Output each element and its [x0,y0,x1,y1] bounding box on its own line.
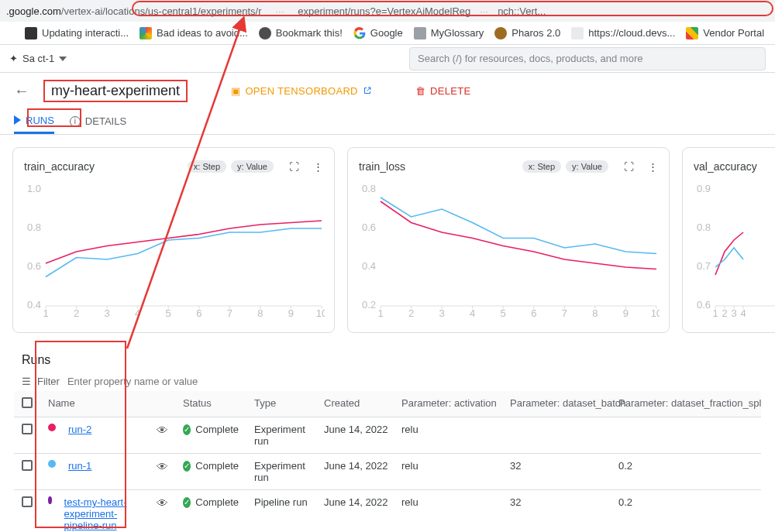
col-status[interactable]: Status [175,391,246,417]
svg-text:0.9: 0.9 [697,183,711,194]
external-link-icon [363,86,372,95]
run-link[interactable]: test-my-heart-experiment-pipeline-run [64,496,141,531]
svg-text:3: 3 [731,307,736,319]
open-tensorboard-button[interactable]: ▣ OPEN TENSORBOARD [231,85,372,97]
tab-bar: RUNS i DETAILS [0,108,775,135]
svg-text:0.8: 0.8 [697,221,711,233]
url-path: /vertex-ai/locations/us-central1/experim… [61,5,262,17]
back-arrow-icon[interactable]: ← [14,82,29,100]
svg-text:0.4: 0.4 [362,260,376,272]
svg-text:3: 3 [104,307,109,319]
bookmark-item[interactable]: Pharos 2.0 [494,27,560,39]
delete-button[interactable]: 🗑 DELETE [415,85,471,97]
bookmark-item[interactable]: Bookmark this! [259,27,343,39]
col-frac[interactable]: Parameter: dataset_fraction_split [611,391,761,417]
table-header-row: Name Status Type Created Parameter: acti… [14,391,761,417]
search-placeholder: Search (/) for resources, docs, products… [418,53,642,64]
favicon-icon [140,27,152,39]
svg-text:1.0: 1.0 [27,183,41,194]
svg-text:1: 1 [43,307,48,319]
series-color-dot [48,496,52,504]
row-checkbox[interactable] [22,424,33,434]
bookmark-item[interactable]: Vendor Portal [686,27,764,39]
col-created[interactable]: Created [316,391,394,417]
globe-icon [259,27,271,39]
axis-chip-x[interactable]: x: Step [522,160,561,173]
svg-text:5: 5 [501,307,506,319]
svg-text:3: 3 [439,307,444,319]
cell-activation: relu [394,490,502,533]
fullscreen-icon[interactable]: ⛶ [624,161,634,173]
bookmark-item[interactable]: Updating interacti... [25,27,129,39]
filter-input[interactable] [66,375,753,388]
chart-train-loss: train_loss x: Step y: Value ⛶ ⋮ 0.20.40.… [347,147,670,333]
col-type[interactable]: Type [246,391,316,417]
row-checkbox[interactable] [22,496,33,507]
favicon-icon [686,27,698,39]
cell-created: June 14, 2022 [316,454,394,490]
run-link[interactable]: run-1 [68,460,91,472]
status-complete-icon: ✓ [183,424,191,435]
svg-text:2: 2 [74,307,79,319]
svg-text:0.4: 0.4 [27,299,41,311]
svg-text:6: 6 [531,307,536,319]
axis-chip-y[interactable]: y: Value [231,160,274,173]
project-icon: ✦ [9,53,18,64]
more-vert-icon[interactable]: ⋮ [648,161,658,173]
tab-details[interactable]: i DETAILS [70,108,126,134]
svg-text:10: 10 [316,307,325,319]
tensorboard-icon: ▣ [231,85,240,97]
charts-row: train_accuracy x: Step y: Value ⛶ ⋮ 0.40… [0,135,775,345]
col-activation[interactable]: Parameter: activation [394,391,502,417]
search-input[interactable]: Search (/) for resources, docs, products… [409,47,766,70]
svg-text:8: 8 [592,307,598,319]
series-color-dot [48,424,56,431]
svg-text:1: 1 [377,307,383,319]
checkbox-all[interactable] [22,397,33,408]
cell-activation: relu [394,454,502,490]
chart-title: train_loss [359,160,405,173]
info-icon: i [70,116,81,127]
bookmark-item[interactable]: https://cloud.devs... [571,27,675,39]
runs-table: Name Status Type Created Parameter: acti… [14,391,761,532]
run-link[interactable]: run-2 [68,424,91,435]
svg-text:0.8: 0.8 [362,183,376,194]
cell-batch: 32 [502,490,611,533]
row-checkbox[interactable] [22,460,33,471]
table-row: test-my-heart-experiment-pipeline-run 👁 … [14,490,761,533]
project-picker[interactable]: ✦ Sa ct-1 [9,53,67,64]
axis-chip-x[interactable]: x: Step [188,160,226,173]
filter-icon[interactable]: ☰ [22,376,31,387]
cell-batch: 32 [502,454,611,490]
bookmark-item[interactable]: Bad ideas to avoid... [140,27,248,39]
visibility-icon[interactable]: 👁 [157,496,168,510]
status-complete-icon: ✓ [183,497,191,508]
svg-text:0.6: 0.6 [27,260,41,272]
bookmark-item[interactable]: Google [353,27,403,39]
tab-runs[interactable]: RUNS [14,108,54,134]
more-vert-icon[interactable]: ⋮ [313,161,323,173]
chart-val-accuracy: val_accuracy 0.60.70.80.91234 [682,147,775,333]
svg-text:1: 1 [712,307,718,319]
col-batch[interactable]: Parameter: dataset_batch [502,391,611,417]
visibility-icon[interactable]: 👁 [157,460,168,473]
svg-text:4: 4 [135,307,140,319]
svg-text:4: 4 [740,307,746,319]
status-text: Complete [195,496,239,508]
visibility-icon[interactable]: 👁 [157,424,168,437]
svg-text:4: 4 [470,307,475,319]
favicon-icon [494,27,507,39]
runs-title: Runs [14,348,761,372]
cell-frac: 0.2 [611,490,761,533]
bookmark-item[interactable]: MyGlossary [414,27,484,39]
fullscreen-icon[interactable]: ⛶ [289,161,299,173]
col-name[interactable]: Name [40,391,149,417]
chart-train-accuracy: train_accuracy x: Step y: Value ⛶ ⋮ 0.40… [12,147,335,333]
series-color-dot [48,460,56,468]
cloud-toolbar: ✦ Sa ct-1 Search (/) for resources, docs… [0,45,775,73]
address-bar[interactable]: .google.com /vertex-ai/locations/us-cent… [0,0,775,22]
svg-text:6: 6 [196,307,202,319]
axis-chip-y[interactable]: y: Value [566,160,608,173]
caret-down-icon [59,57,67,61]
svg-text:7: 7 [227,307,232,319]
